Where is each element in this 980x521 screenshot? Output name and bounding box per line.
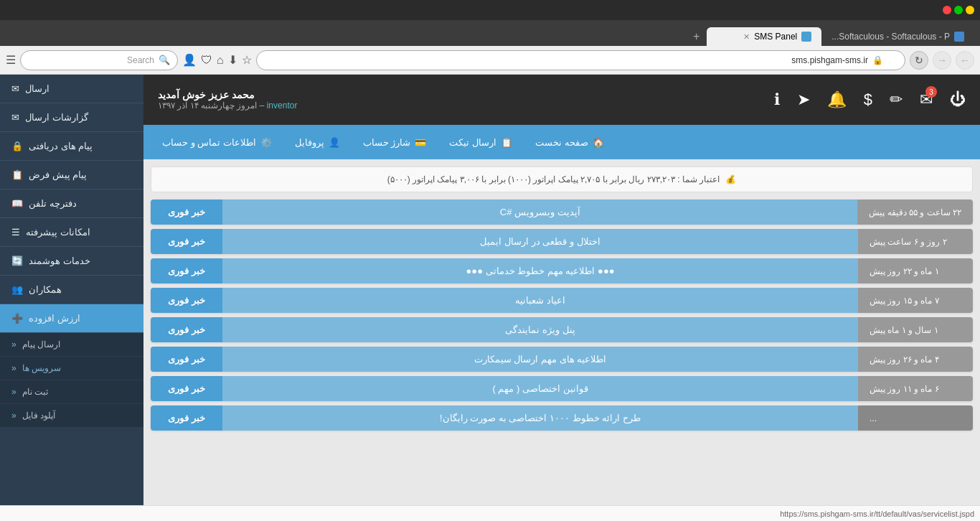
sidebar-item-smart-label: خدمات هوشمند <box>29 255 90 266</box>
url-bar[interactable]: 🔒 sms.pishgam-sms.ir <box>256 50 905 70</box>
sidebar-item-reports-label: گزارشات ارسال <box>25 112 88 123</box>
sub-arrow-3: « <box>11 410 17 421</box>
tab-close-icon[interactable]: ✕ <box>743 32 750 42</box>
info-icon[interactable]: ℹ <box>774 90 780 109</box>
user-role-label: inventor <box>267 100 298 111</box>
tab-sms-panel[interactable]: SMS Panel ✕ <box>707 27 821 46</box>
contact-icon: ⚙️ <box>260 137 272 148</box>
home-icon: 🏠 <box>593 137 604 148</box>
news-title-1[interactable]: اختلال و قطعی در ارسال ایمیل <box>222 229 858 254</box>
top-navbar: ⏻ ✉ 3 ✏ $ 🔔 ➤ ℹ محمد عزیز خوش آمدید inve… <box>143 75 980 125</box>
tab-softaculous[interactable]: Softaculous - Softaculous - P... <box>821 27 974 46</box>
partners-icon: 👥 <box>11 284 23 295</box>
news-item-7: ... طرح ارائه خطوط ۱۰۰۰ اختصاصی به صورت … <box>151 405 973 431</box>
news-type-3: خبر فوری <box>151 288 222 313</box>
news-title-4[interactable]: پنل ویژه نمایندگی <box>222 317 858 342</box>
news-type-1: خبر فوری <box>151 229 222 254</box>
news-date-7: ... <box>858 405 973 431</box>
user-info: محمد عزیز خوش آمدید inventor – امروز چها… <box>158 89 297 111</box>
news-title-6[interactable]: قوانین اختصاصی ( مهم ) <box>222 376 858 401</box>
ticket-icon: 📋 <box>501 137 512 148</box>
profile-icon: 👤 <box>329 137 340 148</box>
news-type-6: خبر فوری <box>151 376 222 401</box>
sidebar-sub-services[interactable]: سرویس ها « <box>0 357 143 380</box>
account-button[interactable]: 👤 <box>182 53 197 67</box>
power-icon[interactable]: ⏻ <box>950 90 966 109</box>
sidebar-sub-upload[interactable]: آپلود فایل « <box>0 404 143 428</box>
news-type-7: خبر فوری <box>151 405 222 431</box>
sub-arrow-0: « <box>11 339 17 349</box>
tab-sms-panel-label: SMS Panel <box>754 32 797 42</box>
back-button[interactable]: ← <box>956 51 974 70</box>
dollar-icon[interactable]: $ <box>864 90 872 109</box>
sub-send-msg-label: ارسال پیام <box>22 339 60 349</box>
url-bar-wrapper: 🔒 sms.pishgam-sms.ir <box>256 50 905 70</box>
sub-upload-label: آپلود فایل <box>22 410 55 421</box>
maximize-button[interactable] <box>954 6 963 14</box>
search-placeholder: Search <box>127 55 154 65</box>
sidebar-item-vas[interactable]: ارزش افزوده ➕ <box>0 304 143 333</box>
account-text: اعتبار شما : ۲۷۳,۲۰۳ ریال برابر با ۲,۷۰۵… <box>387 174 720 184</box>
reports-icon: ✉ <box>11 112 19 123</box>
nav-home-label: صفحه نخست <box>535 137 588 148</box>
nav-menu: 🏠 صفحه نخست 📋 ارسال تیکت 💳 شارژ حساب 👤 پ… <box>143 125 980 159</box>
nav-home[interactable]: 🏠 صفحه نخست <box>524 125 616 159</box>
pen-icon[interactable]: ✏ <box>890 90 903 109</box>
sidebar-item-smart[interactable]: خدمات هوشمند 🔄 <box>0 247 143 276</box>
menu-button[interactable]: ☰ <box>6 53 16 67</box>
refresh-button[interactable]: ↻ <box>910 51 928 70</box>
sidebar-sub-register[interactable]: ثبت نام « <box>0 380 143 404</box>
sidebar-item-send[interactable]: ارسال ✉ <box>0 75 143 103</box>
bell-icon[interactable]: 🔔 <box>827 90 847 109</box>
user-date-text: امروز چهارشنبه ۱۴ آذر ۱۳۹۷ <box>158 100 257 111</box>
send-icon[interactable]: ➤ <box>797 90 810 109</box>
news-title-5[interactable]: اطلاعیه های مهم ارسال سیمکارت <box>222 347 858 372</box>
sub-register-label: ثبت نام <box>22 387 48 397</box>
news-container: ۲۲ ساعت و ۵۵ دقیقه پیش آپدیت وبسرویس #C … <box>143 192 980 442</box>
download-button[interactable]: ⬇ <box>228 53 237 67</box>
news-title-3[interactable]: اعیاد شعبانیه <box>222 288 858 313</box>
news-type-4: خبر فوری <box>151 317 222 342</box>
status-url: https://sms.pishgam-sms.ir/tt/default/va… <box>780 510 974 518</box>
browser-search-bar[interactable]: 🔍 Search <box>20 50 178 70</box>
nav-charge[interactable]: 💳 شارژ حساب <box>352 125 438 159</box>
nav-contact[interactable]: ⚙️ اطلاعات تماس و حساب <box>151 125 283 159</box>
sidebar-item-default-msg[interactable]: پیام پیش فرض 📋 <box>0 161 143 189</box>
nav-ticket-label: ارسال تیکت <box>449 137 496 148</box>
inbox-icon: 🔒 <box>11 141 23 151</box>
advanced-icon: ☰ <box>11 227 20 238</box>
shield-button[interactable]: 🛡 <box>201 53 212 67</box>
mail-icon[interactable]: ✉ 3 <box>920 90 933 109</box>
browser-action-buttons: ☆ ⬇ ⌂ 🛡 👤 <box>182 53 252 67</box>
smart-icon: 🔄 <box>11 255 23 266</box>
sidebar-item-partners-label: همکاران <box>29 284 62 295</box>
nav-ticket[interactable]: 📋 ارسال تیکت <box>438 125 524 159</box>
news-title-7[interactable]: طرح ارائه خطوط ۱۰۰۰ اختصاصی به صورت رایگ… <box>222 405 858 431</box>
minimize-button[interactable] <box>966 6 974 14</box>
send-icon-sidebar: ✉ <box>11 83 19 94</box>
nav-profile-label: پروفایل <box>295 137 324 148</box>
close-button[interactable] <box>943 6 951 14</box>
forward-button[interactable]: → <box>933 51 951 70</box>
tab-favicon <box>954 32 964 42</box>
news-date-2: ۱ ماه و ۲۲ روز پیش <box>858 258 973 283</box>
news-item-6: ۶ ماه و ۱۱ روز پیش قوانین اختصاصی ( مهم … <box>151 376 973 401</box>
bookmark-button[interactable]: ☆ <box>242 53 252 67</box>
news-title-0[interactable]: آپدیت وبسرویس #C <box>222 200 857 225</box>
nav-profile[interactable]: 👤 پروفایل <box>283 125 352 159</box>
navbar-icons: ⏻ ✉ 3 ✏ $ 🔔 ➤ ℹ <box>774 90 966 109</box>
new-tab-button[interactable]: + <box>686 27 707 46</box>
sidebar-item-default-label: پیام پیش فرض <box>29 169 87 180</box>
sidebar-item-advanced[interactable]: امکانات پیشرفته ☰ <box>0 218 143 247</box>
news-date-5: ۴ ماه و ۲۶ روز پیش <box>858 347 973 372</box>
news-title-2[interactable]: ●●● اطلاعیه مهم خطوط خدماتی ●●● <box>222 258 858 283</box>
home-button[interactable]: ⌂ <box>217 53 224 67</box>
sidebar-item-reports[interactable]: گزارشات ارسال ✉ <box>0 103 143 132</box>
sidebar-item-phonebook[interactable]: دفترچه تلفن 📖 <box>0 189 143 218</box>
news-item-0: ۲۲ ساعت و ۵۵ دقیقه پیش آپدیت وبسرویس #C … <box>151 200 973 225</box>
sidebar-item-partners[interactable]: همکاران 👥 <box>0 276 143 304</box>
sub-services-label: سرویس ها <box>22 363 61 373</box>
sidebar-sub-send-msg[interactable]: ارسال پیام « <box>0 333 143 357</box>
news-item-5: ۴ ماه و ۲۶ روز پیش اطلاعیه های مهم ارسال… <box>151 347 973 372</box>
sidebar-item-inbox[interactable]: پیام های دریافتی 🔒 <box>0 132 143 161</box>
